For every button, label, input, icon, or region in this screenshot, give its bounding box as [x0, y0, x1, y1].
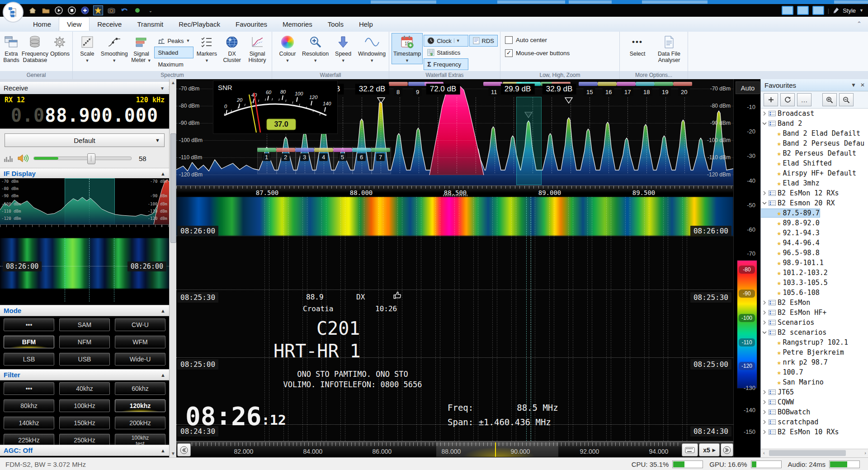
scroll-right-icon[interactable]: ›	[864, 450, 866, 456]
favourites-folder-scratchpad[interactable]: scratchpad	[761, 417, 868, 427]
collapse-icon[interactable]: ▲	[160, 308, 165, 313]
favourites-folder-b2-esmon[interactable]: B2 EsMon	[761, 298, 868, 308]
channel-marker-15[interactable]: 15	[584, 88, 595, 96]
filter-button-120khz[interactable]: 120khz	[115, 399, 165, 412]
rds-button[interactable]: RDS	[470, 35, 497, 46]
chevron-expanded-icon[interactable]	[762, 121, 769, 126]
frequency-lcd[interactable]: RX 12120 kHz 0.088.900.000	[0, 94, 169, 128]
tuning-marker-icon[interactable]	[377, 97, 385, 104]
select-button[interactable]: ••• Select	[623, 33, 652, 57]
speed-button[interactable]: Speed▼	[330, 33, 356, 64]
favourites-item-92-1-94-3[interactable]: ★92.1-94.3	[761, 228, 868, 238]
filter-button-40khz[interactable]: 40khz	[59, 382, 110, 395]
spectrum-display[interactable]: -70 dBm-70 dBm-80 dBm-80 dBm-90 dBm-90 d…	[176, 79, 733, 197]
favourites-item-elad-shifted[interactable]: ★Elad Shifted	[761, 158, 868, 168]
channel-marker-4[interactable]: 4	[319, 153, 328, 161]
signal-meter-button[interactable]: Signal Meter ▼	[130, 33, 153, 64]
tab-receive[interactable]: Receive	[90, 17, 129, 31]
mode-button-LSB[interactable]: LSB	[4, 353, 54, 366]
mode-button-CW-U[interactable]: CW-U	[115, 318, 165, 331]
favourites-item-b2-perseus-default[interactable]: ★B2 Perseus Default	[761, 148, 868, 158]
band-scroll-right-button[interactable]	[721, 443, 733, 456]
channel-marker-17[interactable]: 17	[622, 88, 633, 96]
if-spectrum[interactable]: -70 dBm -80 dBm -90 dBm -100 dBm -110 dB…	[0, 178, 169, 224]
frequency-readout[interactable]: 0.088.900.000	[0, 105, 169, 126]
data-file-analyser-button[interactable]: Data FileAnalyser	[654, 33, 684, 63]
favourites-folder-broadcast[interactable]: Broadcast	[761, 109, 868, 119]
zoom-in-icon[interactable]	[822, 93, 837, 106]
channel-marker-11[interactable]: 11	[488, 88, 500, 96]
style-dropdown-icon[interactable]: ▼	[859, 8, 863, 13]
tab-tools[interactable]: Tools	[320, 17, 351, 31]
hscrollbar-thumb[interactable]	[769, 450, 846, 456]
favourites-item-101-2-103-2[interactable]: ★101.2-103.2	[761, 268, 868, 278]
mode-button-NFM[interactable]: NFM	[59, 336, 110, 348]
speaker-icon[interactable]	[17, 154, 29, 163]
favourites-folder-b2-esmon-10-rxs[interactable]: B2 EsMon 10 RXs	[761, 427, 868, 437]
channel-marker-19[interactable]: 19	[659, 88, 671, 96]
window-titlebar[interactable]	[0, 0, 868, 4]
dx-cluster-button[interactable]: DXCluster	[220, 33, 244, 63]
signal-history-button[interactable]: SignalHistory	[245, 33, 269, 63]
refresh-button[interactable]	[780, 93, 795, 106]
chevron-collapsed-icon[interactable]	[762, 111, 769, 116]
favourite-star-icon[interactable]	[94, 6, 103, 15]
favourites-item-elad-3mhz[interactable]: ★Elad 3mhz	[761, 178, 868, 188]
app-logo[interactable]	[3, 2, 24, 23]
channel-marker-16[interactable]: 16	[603, 88, 614, 96]
camera-icon[interactable]	[107, 6, 116, 15]
channel-marker-7[interactable]: 7	[376, 153, 385, 161]
ribbon-collapse-icon[interactable]: ⌃	[857, 20, 862, 27]
panel-close-icon[interactable]: ✕	[860, 82, 865, 88]
dropdown-arrow[interactable]: ▼	[454, 38, 460, 43]
stop-icon[interactable]	[67, 6, 76, 15]
chevron-collapsed-icon[interactable]	[762, 410, 769, 414]
markers-button[interactable]: Markers▼	[195, 33, 218, 64]
tab-view[interactable]: View	[59, 17, 90, 31]
agc-header[interactable]: AGC: Off▲	[0, 445, 169, 456]
chevron-collapsed-icon[interactable]	[762, 400, 769, 404]
favourites-item-89-8-92-0[interactable]: ★89.8-92.0	[761, 218, 868, 228]
favourites-folder-band-2[interactable]: Band 2	[761, 119, 868, 128]
filter-button-100kHz[interactable]: 100kHz	[59, 399, 110, 412]
favourites-item-airspy-hf-default[interactable]: ★Airspy HF+ Default	[761, 168, 868, 178]
tab-favourites[interactable]: Favourites	[228, 17, 275, 31]
filter-button--[interactable]: •••	[4, 382, 54, 395]
mode-button-Wide-U[interactable]: Wide-U	[115, 353, 165, 366]
collapse-icon[interactable]: ▲	[160, 448, 165, 453]
chevron-collapsed-icon[interactable]	[762, 310, 769, 315]
chevron-collapsed-icon[interactable]	[762, 300, 769, 305]
mode-button-WFM[interactable]: WFM	[115, 336, 165, 348]
mode-button-BFM[interactable]: BFM	[4, 336, 54, 348]
filter-button-200kHz[interactable]: 200kHz	[115, 417, 165, 429]
equalizer-icon[interactable]	[4, 154, 13, 162]
auto-center-checkbox-row[interactable]: Auto center	[505, 36, 547, 44]
folder-icon[interactable]	[41, 6, 50, 15]
band-scroll-left-button[interactable]	[177, 443, 191, 456]
waterfall-display[interactable]: 08:26:0008:26:0008:25:3008:25:3008:25:00…	[176, 197, 733, 441]
mode-header[interactable]: Mode▲	[0, 305, 169, 316]
options-button[interactable]: Options	[50, 33, 70, 57]
collapse-icon[interactable]: ▲	[160, 171, 165, 176]
spectrum-frequency-axis[interactable]: 87.50088.00088.50089.00089.500	[176, 185, 733, 197]
favourites-item-94-4-96-4[interactable]: ★94.4-96.4	[761, 238, 868, 248]
panel-menu-icon[interactable]: ▼	[851, 82, 856, 88]
auto-center-checkbox[interactable]	[505, 36, 513, 44]
resolution-button[interactable]: Resolution▼	[302, 33, 329, 64]
tab-rec-playback[interactable]: Rec/Playback	[171, 17, 228, 31]
style-button[interactable]: Style	[843, 7, 856, 14]
filter-button-80khz[interactable]: 80khz	[4, 399, 54, 412]
more-options-button[interactable]: …	[797, 93, 811, 106]
channel-marker-5[interactable]: 5	[338, 153, 347, 161]
chevron-right-icon[interactable]: ▶	[712, 448, 716, 452]
chevron-collapsed-icon[interactable]	[762, 191, 769, 195]
favourites-item-band-2-elad-defailt[interactable]: ★Band 2 Elad Defailt	[761, 128, 868, 138]
favourites-item-nrk-p2-98-7[interactable]: ★nrk p2 98.7	[761, 357, 868, 367]
collapse-icon[interactable]: ▲	[160, 372, 165, 378]
mouse-over-buttons-checkbox[interactable]: ✓	[505, 49, 513, 57]
favourites-folder-scenarios[interactable]: Scenarios	[761, 318, 868, 328]
monitor-1-icon[interactable]	[782, 6, 793, 15]
tab-home[interactable]: Home	[25, 17, 59, 31]
mode-button-SAM[interactable]: SAM	[59, 318, 110, 331]
channel-marker-2[interactable]: 2	[281, 153, 290, 161]
